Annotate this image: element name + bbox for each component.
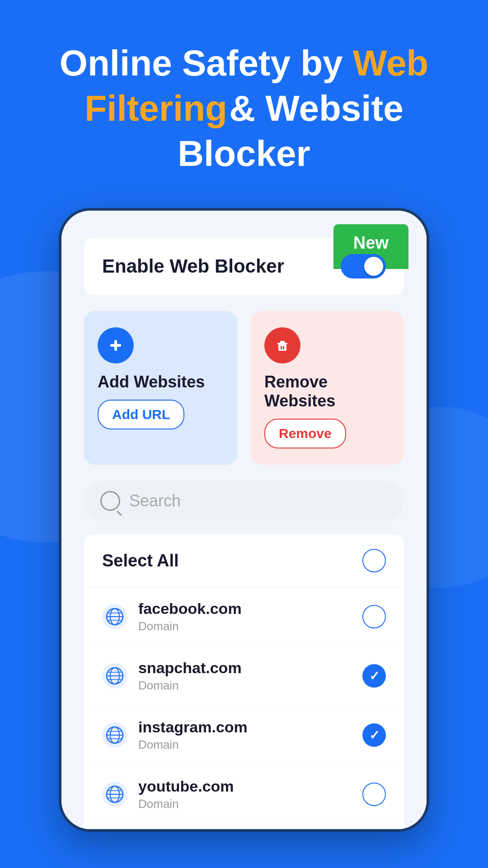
domain-items-container: facebook.com Domain snapchat.com Domain …: [84, 587, 404, 832]
trash-icon: [272, 335, 292, 355]
domain-item[interactable]: snapchat.com Domain ✓: [84, 646, 404, 706]
add-websites-title: Add Websites: [98, 373, 224, 392]
remove-icon-container: [264, 327, 300, 363]
domain-type: Domain: [138, 619, 352, 633]
domain-type: Domain: [138, 738, 352, 752]
domain-checkbox-checked[interactable]: ✓: [362, 664, 386, 688]
domain-type: Domain: [138, 797, 352, 811]
domain-name: facebook.com: [138, 600, 352, 618]
plus-icon: [106, 335, 126, 355]
svg-rect-4: [278, 344, 286, 351]
domain-item[interactable]: tinder.com Domain ✓: [84, 824, 404, 832]
domain-checkbox-checked[interactable]: ✓: [362, 723, 386, 747]
domain-checkbox-empty[interactable]: [362, 783, 386, 806]
phone-mockup: New Enable Web Blocker: [59, 208, 429, 832]
domain-type: Domain: [138, 679, 352, 693]
header-blocker: Blocker: [178, 133, 310, 174]
select-all-checkbox[interactable]: [362, 549, 386, 572]
search-placeholder: Search: [129, 491, 181, 510]
remove-websites-title: Remove Websites: [264, 373, 390, 410]
domain-info: instagram.com Domain: [138, 718, 352, 752]
enable-blocker-label: Enable Web Blocker: [102, 255, 284, 277]
domain-list: Select All facebook.com Domain: [84, 534, 404, 832]
remove-button[interactable]: Remove: [264, 419, 346, 448]
domain-name: snapchat.com: [138, 659, 352, 677]
search-icon: [100, 491, 120, 511]
domain-item[interactable]: instagram.com Domain ✓: [84, 706, 404, 765]
globe-icon: [102, 782, 127, 807]
svg-rect-7: [281, 346, 282, 349]
svg-rect-8: [283, 346, 284, 349]
add-url-button[interactable]: Add URL: [98, 400, 184, 429]
select-all-label: Select All: [102, 551, 179, 571]
new-badge-label: New: [353, 233, 389, 252]
domain-info: snapchat.com Domain: [138, 659, 352, 693]
svg-rect-6: [280, 341, 285, 343]
domain-name: instagram.com: [138, 718, 352, 736]
domain-item[interactable]: youtube.com Domain: [84, 765, 404, 824]
domain-info: facebook.com Domain: [138, 600, 352, 633]
globe-icon: [102, 604, 127, 629]
select-all-row[interactable]: Select All: [84, 534, 404, 587]
domain-name: youtube.com: [138, 778, 352, 795]
accent-web: Web: [353, 43, 428, 83]
enable-blocker-toggle[interactable]: [341, 254, 386, 278]
add-websites-card: Add Websites Add URL: [84, 311, 237, 465]
search-bar[interactable]: Search: [84, 481, 404, 521]
domain-info: youtube.com Domain: [138, 778, 352, 811]
remove-websites-card: Remove Websites Remove: [251, 311, 404, 465]
globe-icon: [102, 722, 127, 748]
page-header: Online Safety by Web Filtering & Website…: [33, 41, 455, 176]
domain-checkbox-empty[interactable]: [362, 605, 386, 628]
accent-filtering: Filtering: [84, 88, 227, 128]
action-cards: Add Websites Add URL: [84, 311, 404, 465]
globe-icon: [102, 663, 127, 689]
add-icon-container: [98, 327, 134, 363]
svg-rect-2: [110, 344, 121, 347]
domain-item[interactable]: facebook.com Domain: [84, 587, 404, 646]
toggle-knob: [364, 257, 383, 276]
